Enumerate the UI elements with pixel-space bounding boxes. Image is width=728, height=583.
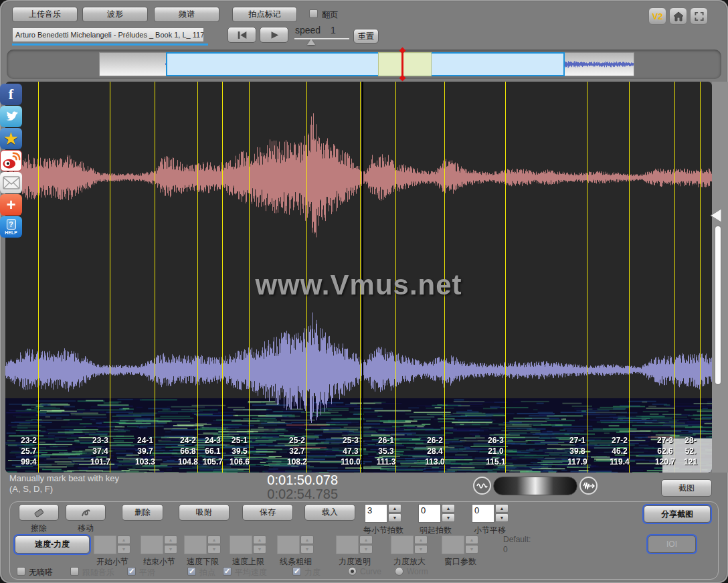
home-icon[interactable] <box>669 7 687 25</box>
volume-max-icon[interactable] <box>579 477 598 495</box>
beat-line[interactable] <box>110 82 110 473</box>
spin-up-icon[interactable]: ▲ <box>359 535 373 544</box>
beat-line[interactable] <box>700 82 701 473</box>
save-button[interactable]: 保存 <box>242 504 293 521</box>
qzone-icon[interactable]: ★ <box>0 128 22 149</box>
beat-label: 26-321.0115.1 <box>486 435 505 467</box>
checkbox-5[interactable] <box>223 567 232 576</box>
share-screenshot-button[interactable]: 分享截图 <box>644 505 711 523</box>
beat-line[interactable] <box>505 82 506 473</box>
volume-min-icon[interactable] <box>473 477 491 495</box>
checkbox-3[interactable] <box>127 567 136 576</box>
email-icon[interactable] <box>0 172 22 193</box>
beat-line[interactable] <box>197 82 198 473</box>
reset-button[interactable]: 重置 <box>353 29 379 44</box>
speed-slider-thumb[interactable] <box>307 39 315 45</box>
weibo-icon[interactable] <box>0 150 22 171</box>
spinner-label: 结束小节 <box>143 556 175 568</box>
beat-label: 25-232.7108.2 <box>287 435 307 467</box>
spin-up-icon[interactable]: ▲ <box>117 535 130 544</box>
erase-button[interactable] <box>19 504 59 521</box>
time-total: 0:02:54.785 <box>248 487 338 502</box>
speed-slider-track[interactable] <box>294 38 349 39</box>
speed-value: 1 <box>331 25 336 35</box>
spin-down-icon[interactable]: ▼ <box>300 545 314 554</box>
radio-worm[interactable] <box>395 567 403 576</box>
spinner-arrows: ▲▼ <box>414 535 428 554</box>
checkbox-4[interactable] <box>187 567 196 576</box>
overview-panel <box>7 50 721 79</box>
spin-up-icon[interactable]: ▲ <box>465 535 478 544</box>
spin-down-icon[interactable]: ▼ <box>442 513 455 522</box>
waveform-display[interactable]: www.Vmus.net 23-225.799.423-337.4101.724… <box>5 82 712 473</box>
spin-up-icon[interactable]: ▲ <box>495 504 509 513</box>
beat-line[interactable] <box>674 82 675 473</box>
track-select[interactable]: Arturo Benedetti Michelangeli - Préludes… <box>12 27 204 42</box>
track-select-underline <box>12 44 208 46</box>
checkbox-2[interactable] <box>70 567 79 576</box>
help-label: HELP <box>5 230 17 235</box>
volume-slider[interactable] <box>493 477 577 495</box>
spin-down-icon[interactable]: ▼ <box>253 545 266 554</box>
beat-line[interactable] <box>155 82 155 473</box>
bar-shift-label: 小节平移 <box>474 525 506 536</box>
checkbox-6[interactable] <box>292 567 301 576</box>
spin-down-icon[interactable]: ▼ <box>164 545 177 554</box>
overview-loaded-region[interactable] <box>166 52 565 76</box>
spin-up-icon[interactable]: ▲ <box>207 535 221 544</box>
beat-label: 23-337.4101.7 <box>90 435 110 467</box>
delete-button[interactable]: 删除 <box>122 504 163 521</box>
move-button[interactable] <box>66 504 106 521</box>
spin-down-icon[interactable]: ▼ <box>388 513 401 522</box>
page-turn-checkbox[interactable] <box>309 9 318 18</box>
overview-track[interactable] <box>99 52 634 76</box>
spinner-arrows: ▲▼ <box>117 535 130 554</box>
screenshot-button[interactable]: 截图 <box>661 479 712 497</box>
beat-line[interactable] <box>587 82 587 473</box>
upload-music-button[interactable]: 上传音乐 <box>12 7 78 22</box>
spin-up-icon[interactable]: ▲ <box>253 535 266 544</box>
radio-curve[interactable] <box>348 567 357 576</box>
erase-label: 擦除 <box>31 523 47 534</box>
fullscreen-glyph <box>694 11 705 21</box>
spin-down-icon[interactable]: ▼ <box>359 545 373 554</box>
spin-down-icon[interactable]: ▼ <box>414 545 428 554</box>
spin-up-icon[interactable]: ▲ <box>414 535 428 544</box>
spin-up-icon[interactable]: ▲ <box>300 535 314 544</box>
spectrum-button[interactable]: 频谱 <box>154 7 219 22</box>
bar-shift-value[interactable]: 0 <box>472 504 494 523</box>
ioi-button[interactable]: IOI <box>648 535 696 553</box>
waveform-button[interactable]: 波形 <box>82 7 148 22</box>
spin-down-icon[interactable]: ▼ <box>117 545 130 554</box>
load-button[interactable]: 载入 <box>304 504 355 521</box>
spin-down-icon[interactable]: ▼ <box>495 513 509 522</box>
beat-line[interactable] <box>222 82 223 473</box>
scroll-thumb[interactable] <box>715 226 721 384</box>
play-button[interactable] <box>260 27 288 43</box>
beat-line[interactable] <box>629 82 630 473</box>
checkbox-label: 无嘀嗒 <box>29 567 53 578</box>
checkbox-1[interactable] <box>17 567 25 576</box>
facebook-icon[interactable]: f <box>0 84 22 105</box>
tempo-dynamics-button[interactable]: 速度-力度 <box>15 535 90 554</box>
beats-per-bar-value[interactable]: 3 <box>365 504 387 523</box>
skip-start-button[interactable] <box>227 27 256 43</box>
spin-down-icon[interactable]: ▼ <box>207 545 221 554</box>
pickup-beats-value[interactable]: 0 <box>418 504 441 523</box>
overview-selection-region[interactable] <box>378 52 432 76</box>
spin-down-icon[interactable]: ▼ <box>465 545 478 554</box>
spin-up-icon[interactable]: ▲ <box>442 504 455 513</box>
snap-button[interactable]: 吸附 <box>179 504 230 521</box>
fullscreen-icon[interactable] <box>690 7 708 25</box>
beat-line[interactable] <box>249 82 250 473</box>
beat-mark-button[interactable]: 拍点标记 <box>232 7 297 22</box>
version-badge[interactable]: V2 <box>648 7 666 25</box>
spin-up-icon[interactable]: ▲ <box>164 535 177 544</box>
spin-up-icon[interactable]: ▲ <box>388 504 401 513</box>
help-icon[interactable]: ? HELP <box>0 216 22 238</box>
share-plus-icon[interactable]: + <box>0 194 22 216</box>
overview-playhead[interactable] <box>401 50 403 78</box>
beat-line[interactable] <box>38 82 39 473</box>
twitter-icon[interactable] <box>0 106 22 127</box>
beats-per-bar-arrows: ▲▼ <box>388 504 401 523</box>
